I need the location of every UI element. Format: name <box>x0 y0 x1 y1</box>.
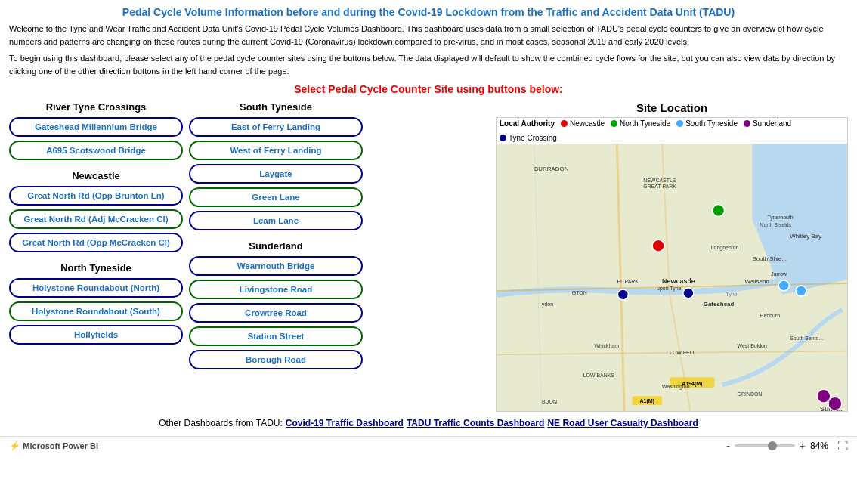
legend-south-tyneside: South Tyneside <box>676 119 738 128</box>
intro-paragraph-2: To begin using this dashboard, please se… <box>9 52 848 77</box>
svg-text:BURRADON: BURRADON <box>534 165 569 172</box>
svg-text:South Bento...: South Bento... <box>790 335 823 341</box>
btn-holystone-north[interactable]: Holystone Roundabout (North) <box>9 278 183 298</box>
btn-great-north-rd-opp-brunton[interactable]: Great North Rd (Opp Brunton Ln) <box>9 186 183 206</box>
svg-text:GTON: GTON <box>572 290 587 295</box>
svg-text:Washington: Washington <box>662 384 690 390</box>
btn-wearmouth-bridge[interactable]: Wearmouth Bridge <box>189 256 363 276</box>
svg-point-34 <box>778 280 789 291</box>
site-location-title: Site Location <box>496 101 848 114</box>
btn-station-street[interactable]: Station Street <box>189 326 363 346</box>
page-title: Pedal Cycle Volume Information before an… <box>9 6 848 18</box>
sunderland-title: Sunderland <box>249 240 303 252</box>
svg-text:Jarrow: Jarrow <box>771 271 787 277</box>
svg-text:Newcastle: Newcastle <box>662 277 695 285</box>
zoom-controls: - + 84% ⛶ <box>726 440 848 452</box>
svg-text:LOW BANKS: LOW BANKS <box>583 373 615 378</box>
legend-south-tyneside-label: South Tyneside <box>685 119 738 128</box>
south-tyneside-title: South Tyneside <box>240 101 312 113</box>
river-tyne-title: River Tyne Crossings <box>46 101 147 113</box>
map-attribution: © 2023 TomTom, © 2023 Microsoft Corporat… <box>695 411 844 412</box>
powerbi-label: Microsoft Power BI <box>23 441 98 450</box>
other-dashboards-label: Other Dashboards from TADU: <box>159 418 283 428</box>
select-label: Select Pedal Cycle Counter Site using bu… <box>9 83 848 95</box>
tadu-traffic-counts-link[interactable]: TADU Traffic Counts Dashboard <box>407 418 544 428</box>
legend-north-tyneside-label: North Tyneside <box>620 119 670 128</box>
ne-road-user-casualty-link[interactable]: NE Road User Casualty Dashboard <box>547 418 698 428</box>
fullscreen-icon[interactable]: ⛶ <box>837 440 848 452</box>
zoom-slider[interactable] <box>735 444 795 447</box>
svg-text:Hebburn: Hebburn <box>760 313 780 318</box>
btn-east-ferry-landing[interactable]: East of Ferry Landing <box>189 117 363 137</box>
map-legend: Local Authority Newcastle North Tyneside… <box>497 118 847 144</box>
svg-point-32 <box>652 240 664 252</box>
svg-text:GREAT PARK: GREAT PARK <box>643 184 676 189</box>
svg-text:upon Tyne: upon Tyne <box>657 286 681 292</box>
svg-text:Whitley Bay: Whitley Bay <box>790 233 821 240</box>
powerbi-logo[interactable]: ⚡ Microsoft Power BI <box>9 441 98 451</box>
btn-a695-scotswood-bridge[interactable]: A695 Scotswood Bridge <box>9 141 183 160</box>
zoom-plus-btn[interactable]: + <box>800 440 806 452</box>
svg-text:Wallsend: Wallsend <box>744 278 769 285</box>
footer-links: Other Dashboards from TADU: Covid-19 Tra… <box>9 418 848 428</box>
btn-green-lane[interactable]: Green Lane <box>189 187 363 207</box>
svg-text:West Boldon: West Boldon <box>738 343 767 348</box>
svg-text:Gateshead: Gateshead <box>704 301 735 308</box>
btn-great-north-rd-opp-mccracken[interactable]: Great North Rd (Opp McCracken Cl) <box>9 233 183 252</box>
svg-point-37 <box>828 397 842 410</box>
btn-crowtree-road[interactable]: Crowtree Road <box>189 303 363 323</box>
legend-sunderland-label: Sunderland <box>753 119 791 128</box>
map-container: Local Authority Newcastle North Tyneside… <box>496 117 848 412</box>
btn-borough-road[interactable]: Borough Road <box>189 350 363 369</box>
btn-laygate[interactable]: Laygate <box>189 164 363 184</box>
svg-text:LOW FELL: LOW FELL <box>670 350 696 355</box>
svg-text:North Shields: North Shields <box>760 222 791 227</box>
bottom-bar: ⚡ Microsoft Power BI - + 84% ⛶ <box>0 436 857 453</box>
covid-traffic-dashboard-link[interactable]: Covid-19 Traffic Dashboard <box>286 418 404 428</box>
btn-great-north-rd-adj-mccracken[interactable]: Great North Rd (Adj McCracken Cl) <box>9 209 183 229</box>
bing-attribution: 🌐 Microsoft Bing <box>500 411 552 412</box>
svg-text:Tynemouth: Tynemouth <box>767 215 794 221</box>
svg-text:GRINDON: GRINDON <box>738 391 763 397</box>
svg-text:ydon: ydon <box>542 301 553 308</box>
btn-gateshead-millennium-bridge[interactable]: Gateshead Millennium Bridge <box>9 117 183 137</box>
btn-west-ferry-landing[interactable]: West of Ferry Landing <box>189 141 363 160</box>
svg-point-39 <box>617 289 628 300</box>
btn-leam-lane[interactable]: Leam Lane <box>189 211 363 230</box>
legend-north-tyneside: North Tyneside <box>611 119 670 128</box>
svg-point-38 <box>683 288 694 298</box>
svg-text:Longbenton: Longbenton <box>711 245 739 251</box>
legend-tyne-crossing: Tyne Crossing <box>500 134 557 142</box>
svg-text:South Shie...: South Shie... <box>752 255 786 262</box>
svg-text:EL PARK: EL PARK <box>617 279 639 284</box>
legend-tyne-crossing-label: Tyne Crossing <box>509 134 557 142</box>
svg-text:A1(M): A1(M) <box>640 398 654 404</box>
legend-label: Local Authority <box>500 119 555 128</box>
btn-livingstone-road[interactable]: Livingstone Road <box>189 280 363 299</box>
legend-newcastle: Newcastle <box>561 119 605 128</box>
newcastle-title: Newcastle <box>72 170 120 181</box>
intro-paragraph-1: Welcome to the Tyne and Wear Traffic and… <box>9 23 848 48</box>
legend-sunderland: Sunderland <box>744 119 791 128</box>
zoom-slider-thumb[interactable] <box>768 441 777 450</box>
map-area: A194(M) A1(M) Newcastle upon Tyne Gatesh… <box>497 144 847 412</box>
zoom-minus-btn[interactable]: - <box>726 440 730 452</box>
north-tyneside-title: North Tyneside <box>60 262 131 274</box>
btn-holystone-south[interactable]: Holystone Roundabout (South) <box>9 301 183 321</box>
svg-point-33 <box>713 205 725 217</box>
svg-text:NEWCASTLE: NEWCASTLE <box>643 178 676 183</box>
btn-hollyfields[interactable]: Hollyfields <box>9 325 183 345</box>
zoom-level-label: 84% <box>810 441 828 451</box>
svg-text:Whickham: Whickham <box>595 343 620 348</box>
svg-point-35 <box>796 286 806 296</box>
legend-newcastle-label: Newcastle <box>570 119 605 128</box>
svg-text:BDON: BDON <box>542 399 557 404</box>
